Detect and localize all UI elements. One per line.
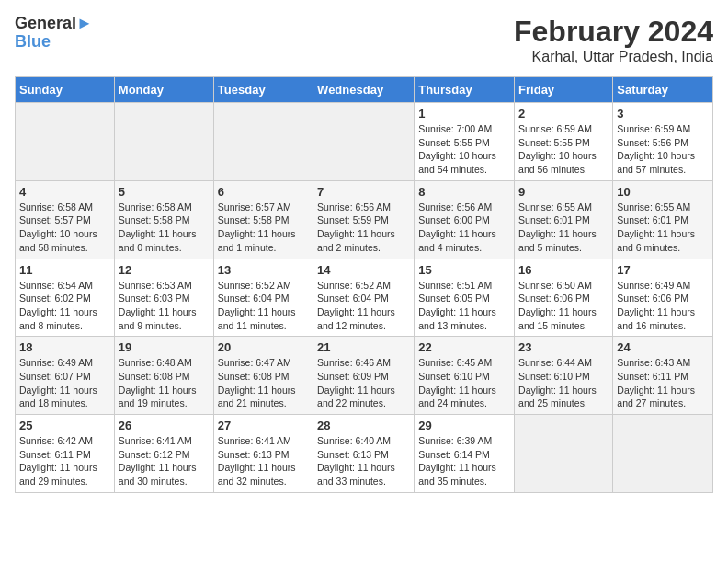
day-number: 17 [617, 263, 709, 277]
day-number: 23 [518, 340, 609, 354]
day-info: Sunrise: 6:45 AMSunset: 6:10 PMDaylight:… [418, 356, 510, 410]
calendar-week-4: 18Sunrise: 6:49 AMSunset: 6:07 PMDayligh… [16, 337, 713, 415]
calendar-cell: 28Sunrise: 6:40 AMSunset: 6:13 PMDayligh… [313, 415, 415, 493]
day-info: Sunrise: 6:55 AMSunset: 6:01 PMDaylight:… [518, 201, 609, 255]
calendar-cell: 25Sunrise: 6:42 AMSunset: 6:11 PMDayligh… [16, 415, 115, 493]
day-number: 5 [119, 185, 210, 199]
day-info: Sunrise: 6:39 AMSunset: 6:14 PMDaylight:… [418, 434, 510, 488]
calendar-cell: 19Sunrise: 6:48 AMSunset: 6:08 PMDayligh… [114, 337, 213, 415]
calendar-body: 1Sunrise: 7:00 AMSunset: 5:55 PMDaylight… [16, 103, 713, 493]
day-info: Sunrise: 6:58 AMSunset: 5:58 PMDaylight:… [119, 201, 210, 255]
calendar-cell: 9Sunrise: 6:55 AMSunset: 6:01 PMDaylight… [515, 180, 613, 259]
col-saturday: Saturday [613, 77, 713, 103]
calendar-cell [16, 103, 115, 181]
day-number: 3 [617, 107, 709, 121]
calendar-week-3: 11Sunrise: 6:54 AMSunset: 6:02 PMDayligh… [16, 259, 713, 337]
calendar-cell [213, 103, 313, 181]
day-info: Sunrise: 7:00 AMSunset: 5:55 PMDaylight:… [418, 122, 510, 177]
calendar-cell: 10Sunrise: 6:55 AMSunset: 6:01 PMDayligh… [613, 180, 713, 259]
calendar-cell: 21Sunrise: 6:46 AMSunset: 6:09 PMDayligh… [313, 337, 415, 415]
title-area: February 2024 Karhal, Uttar Pradesh, Ind… [514, 15, 713, 65]
day-number: 12 [119, 263, 210, 277]
col-friday: Friday [515, 77, 613, 103]
calendar-week-1: 1Sunrise: 7:00 AMSunset: 5:55 PMDaylight… [16, 103, 713, 181]
day-info: Sunrise: 6:52 AMSunset: 6:04 PMDaylight:… [317, 279, 410, 333]
calendar-cell: 3Sunrise: 6:59 AMSunset: 5:56 PMDaylight… [613, 103, 713, 181]
day-info: Sunrise: 6:52 AMSunset: 6:04 PMDaylight:… [218, 279, 309, 333]
day-info: Sunrise: 6:56 AMSunset: 5:59 PMDaylight:… [317, 201, 410, 255]
day-info: Sunrise: 6:56 AMSunset: 6:00 PMDaylight:… [418, 201, 510, 255]
day-number: 24 [617, 340, 709, 354]
calendar-cell [114, 103, 213, 181]
col-sunday: Sunday [16, 77, 115, 103]
day-info: Sunrise: 6:53 AMSunset: 6:03 PMDaylight:… [119, 279, 210, 333]
day-number: 19 [119, 340, 210, 354]
day-info: Sunrise: 6:41 AMSunset: 6:12 PMDaylight:… [119, 434, 210, 488]
calendar-cell: 17Sunrise: 6:49 AMSunset: 6:06 PMDayligh… [613, 259, 713, 337]
calendar-week-2: 4Sunrise: 6:58 AMSunset: 5:57 PMDaylight… [16, 180, 713, 259]
day-info: Sunrise: 6:49 AMSunset: 6:06 PMDaylight:… [617, 279, 709, 333]
day-number: 7 [317, 185, 410, 199]
col-monday: Monday [114, 77, 213, 103]
calendar-cell: 15Sunrise: 6:51 AMSunset: 6:05 PMDayligh… [415, 259, 515, 337]
calendar-cell: 16Sunrise: 6:50 AMSunset: 6:06 PMDayligh… [515, 259, 613, 337]
calendar-cell: 22Sunrise: 6:45 AMSunset: 6:10 PMDayligh… [415, 337, 515, 415]
calendar-week-5: 25Sunrise: 6:42 AMSunset: 6:11 PMDayligh… [16, 415, 713, 493]
day-number: 26 [119, 419, 210, 432]
calendar-cell: 20Sunrise: 6:47 AMSunset: 6:08 PMDayligh… [213, 337, 313, 415]
day-info: Sunrise: 6:43 AMSunset: 6:11 PMDaylight:… [617, 356, 709, 410]
day-info: Sunrise: 6:42 AMSunset: 6:11 PMDaylight:… [19, 434, 110, 488]
day-info: Sunrise: 6:54 AMSunset: 6:02 PMDaylight:… [19, 279, 110, 333]
day-info: Sunrise: 6:50 AMSunset: 6:06 PMDaylight:… [518, 279, 609, 333]
day-number: 4 [19, 185, 110, 199]
day-info: Sunrise: 6:47 AMSunset: 6:08 PMDaylight:… [218, 356, 309, 410]
calendar-cell: 1Sunrise: 7:00 AMSunset: 5:55 PMDaylight… [415, 103, 515, 181]
calendar-cell: 18Sunrise: 6:49 AMSunset: 6:07 PMDayligh… [16, 337, 115, 415]
day-number: 22 [418, 340, 510, 354]
day-info: Sunrise: 6:49 AMSunset: 6:07 PMDaylight:… [19, 356, 110, 410]
calendar-cell: 26Sunrise: 6:41 AMSunset: 6:12 PMDayligh… [114, 415, 213, 493]
day-number: 27 [218, 419, 309, 432]
day-number: 18 [19, 340, 110, 354]
calendar-cell: 4Sunrise: 6:58 AMSunset: 5:57 PMDaylight… [16, 180, 115, 259]
calendar-cell: 14Sunrise: 6:52 AMSunset: 6:04 PMDayligh… [313, 259, 415, 337]
calendar-cell: 11Sunrise: 6:54 AMSunset: 6:02 PMDayligh… [16, 259, 115, 337]
calendar-cell: 23Sunrise: 6:44 AMSunset: 6:10 PMDayligh… [515, 337, 613, 415]
day-number: 28 [317, 419, 410, 432]
day-info: Sunrise: 6:59 AMSunset: 5:56 PMDaylight:… [617, 122, 709, 177]
calendar-header: Sunday Monday Tuesday Wednesday Thursday… [16, 77, 713, 103]
day-number: 6 [218, 185, 309, 199]
day-number: 10 [617, 185, 709, 199]
day-number: 9 [518, 185, 609, 199]
day-number: 2 [518, 107, 609, 121]
calendar-cell [613, 415, 713, 493]
day-number: 21 [317, 340, 410, 354]
calendar-subtitle: Karhal, Uttar Pradesh, India [514, 49, 713, 65]
day-info: Sunrise: 6:59 AMSunset: 5:55 PMDaylight:… [518, 122, 609, 177]
day-info: Sunrise: 6:55 AMSunset: 6:01 PMDaylight:… [617, 201, 709, 255]
header: General► Blue February 2024 Karhal, Utta… [15, 15, 713, 65]
calendar-cell: 2Sunrise: 6:59 AMSunset: 5:55 PMDaylight… [515, 103, 613, 181]
day-info: Sunrise: 6:51 AMSunset: 6:05 PMDaylight:… [418, 279, 510, 333]
day-number: 1 [418, 107, 510, 121]
day-number: 16 [518, 263, 609, 277]
day-info: Sunrise: 6:58 AMSunset: 5:57 PMDaylight:… [19, 201, 110, 255]
calendar-cell: 8Sunrise: 6:56 AMSunset: 6:00 PMDaylight… [415, 180, 515, 259]
calendar-cell: 13Sunrise: 6:52 AMSunset: 6:04 PMDayligh… [213, 259, 313, 337]
header-row: Sunday Monday Tuesday Wednesday Thursday… [16, 77, 713, 103]
day-number: 15 [418, 263, 510, 277]
day-number: 29 [418, 419, 510, 432]
calendar-cell [313, 103, 415, 181]
calendar-cell: 29Sunrise: 6:39 AMSunset: 6:14 PMDayligh… [415, 415, 515, 493]
calendar-cell [515, 415, 613, 493]
calendar-cell: 24Sunrise: 6:43 AMSunset: 6:11 PMDayligh… [613, 337, 713, 415]
calendar-cell: 6Sunrise: 6:57 AMSunset: 5:58 PMDaylight… [213, 180, 313, 259]
day-number: 14 [317, 263, 410, 277]
calendar-cell: 12Sunrise: 6:53 AMSunset: 6:03 PMDayligh… [114, 259, 213, 337]
day-number: 25 [19, 419, 110, 432]
calendar-cell: 5Sunrise: 6:58 AMSunset: 5:58 PMDaylight… [114, 180, 213, 259]
col-tuesday: Tuesday [213, 77, 313, 103]
calendar-title: February 2024 [514, 15, 713, 49]
day-number: 11 [19, 263, 110, 277]
day-info: Sunrise: 6:48 AMSunset: 6:08 PMDaylight:… [119, 356, 210, 410]
